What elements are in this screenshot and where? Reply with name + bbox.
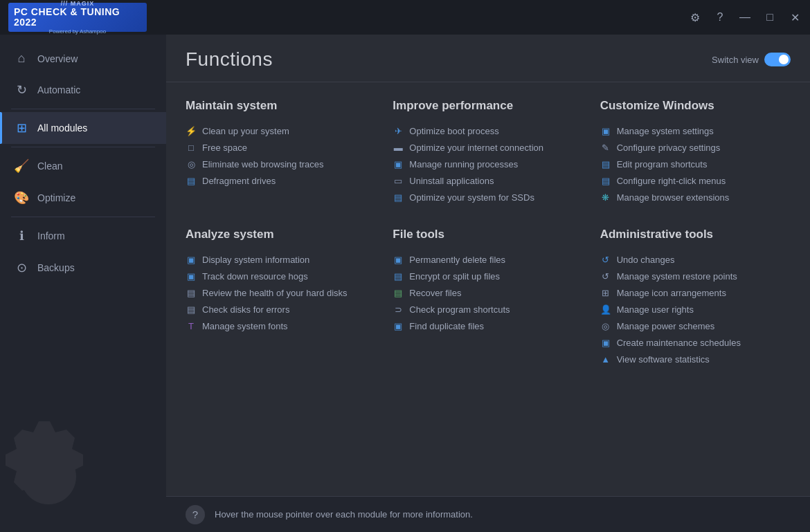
sidebar-label-inform: Inform — [37, 230, 65, 241]
func-item[interactable]: ↺Undo changes — [600, 251, 791, 268]
section-improve: Improve performance✈Optimize boot proces… — [393, 99, 583, 205]
sidebar: ⌂ Overview ↻ Automatic ⊞ All modules 🧹 C… — [0, 35, 166, 532]
func-item-icon: ▭ — [393, 175, 404, 186]
func-item-label: View software statistics — [617, 354, 710, 365]
home-icon: ⌂ — [14, 51, 29, 66]
func-item[interactable]: ▣Manage running processes — [393, 156, 583, 172]
func-item[interactable]: ⊞Manage icon arrangements — [600, 284, 791, 301]
func-item[interactable]: □Free space — [186, 139, 376, 156]
func-item[interactable]: ▤Review the health of your hard disks — [186, 284, 376, 301]
func-item[interactable]: ▣Find duplicate files — [393, 318, 583, 334]
status-text: Hover the mouse pointer over each module… — [215, 509, 473, 520]
func-item[interactable]: ▭Uninstall applications — [393, 172, 583, 189]
func-item-label: Eliminate web browsing traces — [202, 159, 324, 169]
func-item[interactable]: ▤Encrypt or split up files — [393, 268, 583, 284]
func-item[interactable]: ▤Defragment drives — [186, 172, 376, 189]
func-item[interactable]: ▤Configure right-click menus — [600, 172, 791, 189]
func-item[interactable]: ◎Manage power schemes — [600, 318, 791, 334]
app-logo: /// MAGIX PC CHECK & TUNING 2022 Powered… — [8, 3, 147, 32]
func-item-label: Optimize your internet connection — [409, 143, 543, 153]
section-title-maintain: Maintain system — [186, 99, 376, 113]
func-item-label: Manage user rights — [617, 304, 694, 315]
sidebar-item-all-modules[interactable]: ⊞ All modules — [0, 112, 166, 144]
sidebar-label-clean: Clean — [37, 160, 63, 172]
sidebar-item-overview[interactable]: ⌂ Overview — [0, 43, 166, 74]
func-item[interactable]: ▤Check disks for errors — [186, 301, 376, 318]
sidebar-item-optimize[interactable]: 🎨 Optimize — [0, 182, 166, 214]
func-item-label: Create maintenance schedules — [617, 338, 741, 348]
status-icon: ? — [186, 505, 205, 524]
func-item[interactable]: ◎Eliminate web browsing traces — [186, 156, 376, 172]
func-item-label: Recover files — [409, 288, 461, 298]
func-item[interactable]: ↺Manage system restore points — [600, 268, 791, 284]
func-item-icon: ▤ — [600, 175, 611, 186]
func-item-label: Check disks for errors — [202, 304, 289, 315]
settings-button[interactable]: ⚙ — [688, 10, 702, 24]
func-item[interactable]: ▤Edit program shortcuts — [600, 156, 791, 172]
func-item[interactable]: ⊃Check program shortcuts — [393, 301, 583, 318]
switch-view-label: Switch view — [712, 55, 759, 65]
func-item[interactable]: ▣Display system information — [186, 251, 376, 268]
func-item[interactable]: ⚡Clean up your system — [186, 122, 376, 139]
sidebar-item-automatic[interactable]: ↻ Automatic — [0, 74, 166, 106]
func-item-label: Manage power schemes — [617, 321, 715, 331]
sidebar-item-clean[interactable]: 🧹 Clean — [0, 150, 166, 182]
func-item-icon: T — [186, 320, 197, 331]
func-item[interactable]: ▣Track down resource hogs — [186, 268, 376, 284]
func-item[interactable]: ▲View software statistics — [600, 351, 791, 367]
func-item-label: Display system information — [202, 255, 309, 265]
func-item[interactable]: ▣Permanently delete files — [393, 251, 583, 268]
func-item[interactable]: ▬Optimize your internet connection — [393, 139, 583, 156]
func-item[interactable]: TManage system fonts — [186, 318, 376, 334]
func-item[interactable]: ▤Optimize your system for SSDs — [393, 189, 583, 205]
switch-view-toggle[interactable] — [764, 53, 791, 66]
func-item-icon: ▤ — [393, 287, 404, 298]
func-item-icon: ❋ — [600, 192, 611, 203]
func-item-icon: ▤ — [393, 270, 404, 282]
content-area: Functions Switch view Maintain system⚡Cl… — [166, 35, 810, 532]
func-item[interactable]: ▤Recover files — [393, 284, 583, 301]
func-item[interactable]: ✎Configure privacy settings — [600, 139, 791, 156]
section-title-analyze: Analyze system — [186, 228, 376, 241]
func-item-label: Permanently delete files — [409, 255, 505, 265]
func-item-icon: ▲ — [600, 354, 611, 365]
switch-view-control[interactable]: Switch view — [712, 53, 791, 66]
func-item-label: Find duplicate files — [409, 321, 484, 331]
optimize-icon: 🎨 — [14, 190, 29, 205]
func-item-label: Review the health of your hard disks — [202, 288, 348, 298]
func-item-icon: ◎ — [186, 158, 197, 169]
func-item-icon: ◎ — [600, 320, 611, 331]
func-item-label: Manage system settings — [617, 126, 714, 136]
func-item-label: Encrypt or split up files — [409, 271, 500, 282]
func-item[interactable]: ▣Create maintenance schedules — [600, 334, 791, 351]
sidebar-item-inform[interactable]: ℹ Inform — [0, 220, 166, 252]
help-button[interactable]: ? — [713, 10, 727, 24]
section-filetools: File tools▣Permanently delete files▤Encr… — [393, 228, 583, 367]
func-item[interactable]: ▣Manage system settings — [600, 122, 791, 139]
section-title-customize: Customize Windows — [600, 99, 791, 113]
section-title-improve: Improve performance — [393, 99, 583, 113]
func-item-label: Check program shortcuts — [409, 304, 510, 315]
func-item-label: Edit program shortcuts — [617, 159, 708, 169]
func-item-icon: ▣ — [600, 337, 611, 348]
func-item[interactable]: ✈Optimize boot process — [393, 122, 583, 139]
func-item-icon: 👤 — [600, 304, 611, 315]
func-item[interactable]: 👤Manage user rights — [600, 301, 791, 318]
sidebar-item-backups[interactable]: ⊙ Backups — [0, 252, 166, 284]
title-bar-controls: ⚙ ? — □ ✕ — [688, 10, 802, 24]
func-item-icon: ▣ — [186, 270, 197, 282]
func-item-icon: □ — [186, 142, 197, 153]
close-button[interactable]: ✕ — [788, 10, 802, 24]
section-analyze: Analyze system▣Display system informatio… — [186, 228, 376, 367]
func-item-label: Clean up your system — [202, 126, 289, 136]
section-customize: Customize Windows▣Manage system settings… — [600, 99, 791, 205]
func-item-icon: ✎ — [600, 142, 611, 153]
maximize-button[interactable]: □ — [763, 10, 777, 24]
section-admin: Administrative tools↺Undo changes↺Manage… — [600, 228, 791, 367]
section-maintain: Maintain system⚡Clean up your system□Fre… — [186, 99, 376, 205]
grid-icon: ⊞ — [14, 120, 29, 136]
func-item-label: Free space — [202, 143, 247, 153]
func-item-label: Undo changes — [617, 255, 675, 265]
func-item[interactable]: ❋Manage browser extensions — [600, 189, 791, 205]
minimize-button[interactable]: — — [738, 10, 752, 24]
